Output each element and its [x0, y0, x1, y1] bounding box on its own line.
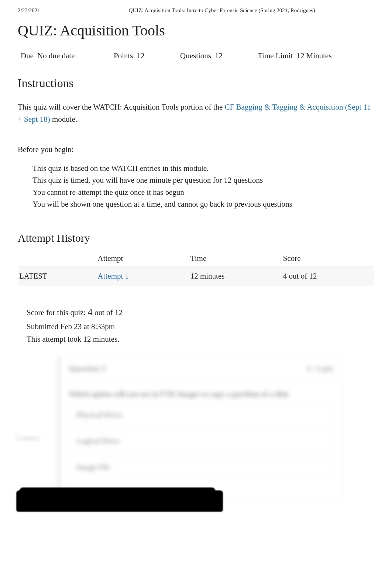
bullet-text: the quiz once it has begun: [103, 188, 184, 197]
meta-value: 12: [137, 51, 145, 61]
bullet-emph: one question: [92, 200, 132, 208]
attempt-history-table: Attempt Time Score LATEST Attempt 1 12 m…: [18, 251, 374, 286]
blurred-preview: Correct Question 1 1 / 1 pts Which optio…: [18, 356, 374, 511]
list-item: You will be shown one question at a time…: [22, 198, 374, 210]
page-date: 2/23/2021: [18, 7, 106, 14]
quiz-meta-bar: Due No due date Points 12 Questions 12 T…: [18, 46, 374, 66]
bullet-text: This quiz is based on the: [32, 164, 111, 173]
bullet-text: You: [32, 188, 47, 197]
meta-label: Due: [21, 51, 34, 61]
instruction-bullets: This quiz is based on the WATCH entries …: [0, 159, 392, 213]
list-item: This quiz is timed, you will have one mi…: [22, 174, 374, 186]
meta-questions: Questions 12: [180, 51, 258, 61]
bullet-text: You will be shown: [32, 200, 92, 208]
before-you-begin: Before you begin:: [0, 129, 392, 159]
bullet-emph: cannot re-attempt: [47, 188, 102, 197]
attempt-link[interactable]: Attempt 1: [98, 272, 129, 280]
question-points: 1 / 1 pts: [306, 364, 333, 373]
bullet-text: at a time, and cannot go back to previou…: [134, 200, 292, 208]
meta-value: No due date: [37, 51, 75, 61]
intro-text: This quiz will cover the: [18, 103, 93, 111]
intro-watch: WATCH: Acquisition Tools: [93, 103, 179, 111]
instructions-heading: Instructions: [0, 66, 392, 97]
attempt-time: 12 minutes: [189, 266, 282, 286]
latest-badge: LATEST: [18, 266, 96, 286]
meta-label: Points: [114, 51, 133, 61]
list-item: This quiz is based on the WATCH entries …: [22, 162, 374, 175]
correct-label: Correct: [16, 434, 39, 443]
attempt-history-heading: Attempt History: [0, 213, 392, 251]
attempt-score: 4 out of 12: [282, 266, 374, 286]
answer-option: Logical Drive: [69, 431, 333, 451]
list-item: You cannot re-attempt the quiz once it h…: [22, 186, 374, 199]
col-score: Score: [282, 251, 374, 266]
col-time: Time: [189, 251, 282, 266]
intro-text: portion of the: [180, 103, 225, 111]
page-context: QUIZ: Acquisition Tools: Intro to Cyber …: [106, 7, 374, 14]
redaction-bar: [16, 490, 223, 512]
question-text: Which option will you use in FTK Imager …: [69, 390, 333, 399]
question-title: Question 1: [69, 364, 106, 373]
bullet-text: entries in this module.: [140, 164, 209, 173]
bullet-text: This quiz is timed, you will have: [32, 176, 136, 184]
score-summary: Score for this quiz: 4 out of 12 Submitt…: [0, 293, 392, 346]
meta-value: 12: [215, 51, 223, 61]
submitted-line: Submitted Feb 23 at 8:33pm: [27, 320, 374, 333]
bullet-emph: 12 questions: [224, 176, 263, 184]
meta-label: Time Limit: [258, 51, 293, 61]
col-blank: [18, 251, 96, 266]
answer-option: Image File: [69, 458, 333, 477]
answer-option: Physical Drive: [69, 405, 333, 425]
score-of: out of 12: [94, 308, 123, 317]
meta-due: Due No due date: [18, 51, 114, 61]
table-header-row: Attempt Time Score: [18, 251, 374, 266]
question-card: Question 1 1 / 1 pts Which option will y…: [58, 356, 343, 500]
table-row: LATEST Attempt 1 12 minutes 4 out of 12: [18, 266, 374, 286]
bullet-text: per question for: [173, 176, 224, 184]
score-label: Score for this quiz:: [27, 308, 88, 317]
score-value: 4: [88, 307, 93, 317]
bullet-emph: one minute: [136, 176, 171, 184]
bullet-emph: WATCH: [111, 164, 138, 173]
score-line: Score for this quiz: 4 out of 12: [27, 304, 374, 320]
intro-text: module.: [52, 115, 77, 124]
meta-points: Points 12: [114, 51, 180, 61]
col-attempt: Attempt: [96, 251, 189, 266]
instructions-intro: This quiz will cover the WATCH: Acquisit…: [0, 97, 392, 129]
page-title: QUIZ: Acquisition Tools: [0, 17, 392, 46]
duration-line: This attempt took 12 minutes.: [27, 333, 374, 346]
meta-timelimit: Time Limit 12 Minutes: [258, 51, 332, 61]
meta-label: Questions: [180, 51, 211, 61]
meta-value: 12 Minutes: [297, 51, 332, 61]
